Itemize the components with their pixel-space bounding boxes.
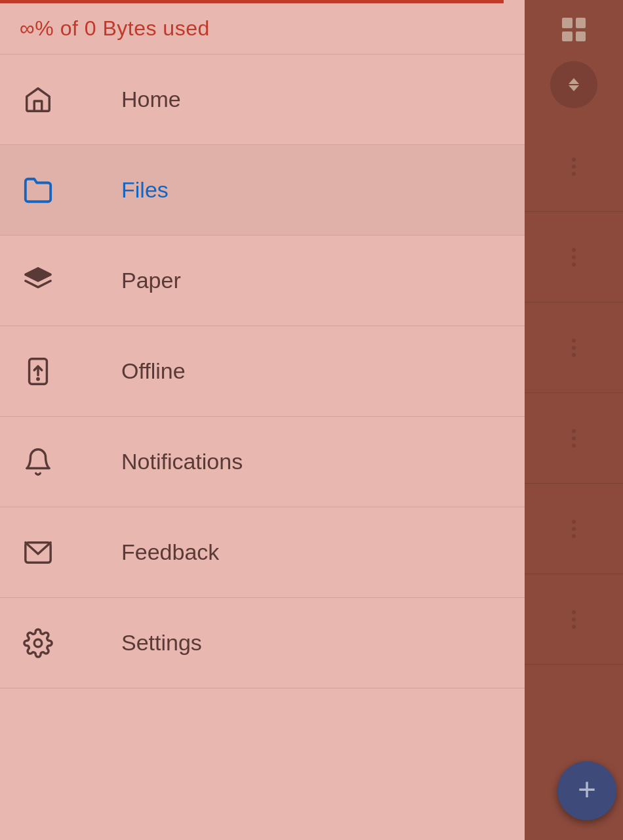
sidebar-item-label-settings: Settings [121, 630, 202, 656]
dot [572, 172, 576, 176]
grid-icon [562, 18, 586, 41]
more-options-notifications[interactable] [572, 520, 576, 538]
right-menu-item-notifications[interactable] [525, 484, 623, 574]
storage-bar-container: ∞% of 0 Bytes used [0, 0, 525, 54]
storage-text-area: ∞% of 0 Bytes used [0, 3, 525, 54]
svg-marker-0 [25, 268, 50, 280]
dot [572, 534, 576, 538]
sidebar-item-label-files: Files [121, 177, 169, 203]
right-menu-item-feedback[interactable] [525, 574, 623, 665]
dot [572, 527, 576, 531]
drawer-panel: ∞% of 0 Bytes used Home Files [0, 0, 525, 840]
sidebar-item-notifications[interactable]: Notifications [0, 417, 525, 507]
sidebar-item-label-feedback: Feedback [121, 539, 219, 565]
sidebar-item-label-paper: Paper [121, 268, 181, 293]
dot [572, 520, 576, 524]
more-options-paper[interactable] [572, 339, 576, 357]
bell-icon [20, 444, 56, 480]
grid-view-button[interactable] [554, 10, 593, 49]
dot [572, 262, 576, 266]
fab-plus-icon: + [578, 774, 596, 805]
nav-list: Home Files Paper [0, 54, 525, 840]
dot [572, 353, 576, 357]
sidebar-item-files[interactable]: Files [0, 145, 525, 236]
more-options-offline[interactable] [572, 429, 576, 448]
right-menu-item-files[interactable] [525, 212, 623, 303]
dot [572, 429, 576, 433]
mail-icon [20, 534, 56, 570]
dot [572, 255, 576, 259]
sidebar-item-feedback[interactable]: Feedback [0, 507, 525, 598]
fab-add-button[interactable]: + [557, 761, 616, 820]
dot [572, 618, 576, 621]
scroll-down-icon [569, 85, 579, 91]
layers-icon [20, 262, 56, 299]
sidebar-item-label-home: Home [121, 87, 181, 112]
dot [572, 444, 576, 448]
scroll-button[interactable] [550, 61, 597, 108]
dot [572, 610, 576, 614]
home-icon [20, 81, 56, 117]
dot [572, 339, 576, 343]
gear-icon [20, 625, 56, 661]
sidebar-item-paper[interactable]: Paper [0, 236, 525, 326]
sidebar-item-settings[interactable]: Settings [0, 598, 525, 688]
sidebar-item-home[interactable]: Home [0, 54, 525, 145]
sidebar-item-offline[interactable]: Offline [0, 326, 525, 417]
more-options-files[interactable] [572, 248, 576, 266]
scroll-up-icon [569, 78, 579, 84]
right-menu-item-home[interactable] [525, 121, 623, 212]
dot [572, 346, 576, 350]
folder-icon [20, 172, 56, 208]
right-menu-item-offline[interactable] [525, 393, 623, 484]
offline-icon [20, 353, 56, 389]
right-panel: + [525, 0, 623, 840]
more-options-feedback[interactable] [572, 610, 576, 629]
svg-point-5 [34, 639, 42, 647]
right-menu-item-paper[interactable] [525, 303, 623, 393]
sidebar-item-label-offline: Offline [121, 358, 186, 384]
dot [572, 436, 576, 440]
sidebar-item-label-notifications: Notifications [121, 449, 243, 474]
dot [572, 165, 576, 169]
dot [572, 248, 576, 252]
dot [572, 625, 576, 629]
more-options-home[interactable] [572, 158, 576, 176]
right-menu-items [525, 121, 623, 665]
storage-text: ∞% of 0 Bytes used [20, 16, 210, 40]
dot [572, 158, 576, 161]
